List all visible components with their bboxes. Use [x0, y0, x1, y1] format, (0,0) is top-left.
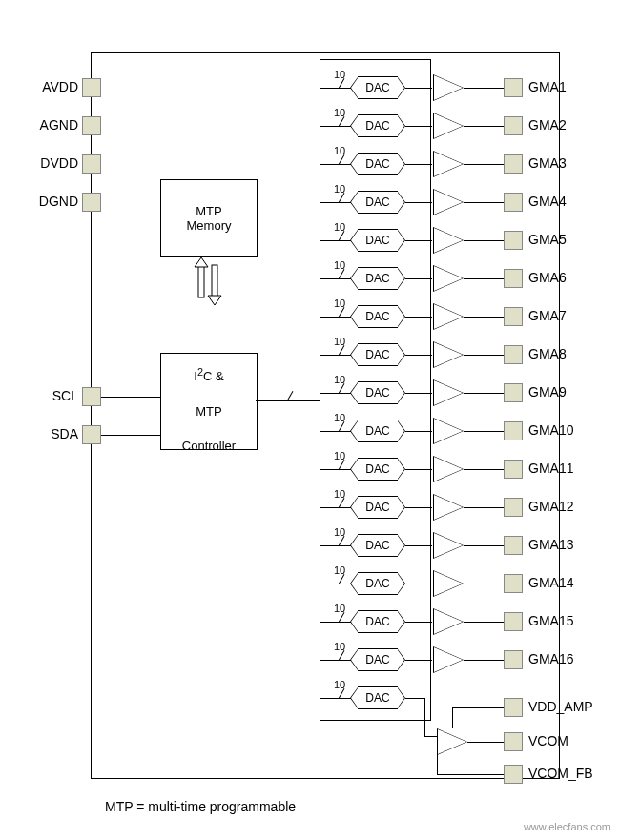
label-scl: SCL [31, 388, 78, 403]
amp-9 [433, 379, 464, 406]
pin-vcom [504, 732, 523, 751]
label-gma4: GMA4 [528, 194, 605, 209]
label-gma3: GMA3 [528, 155, 605, 171]
pin-gma9 [504, 383, 523, 402]
dac-7: DAC [358, 305, 398, 328]
amp-3 [433, 151, 464, 177]
label-gma12: GMA12 [528, 499, 605, 514]
dac-14: DAC [358, 572, 398, 595]
dac-3: DAC [358, 153, 398, 175]
dac-8: DAC [358, 343, 398, 366]
pin-gma7 [504, 307, 523, 326]
label-gma13: GMA13 [528, 537, 605, 552]
label-gma15: GMA15 [528, 613, 605, 628]
pin-gma6 [504, 269, 523, 288]
dac-5: DAC [358, 229, 398, 252]
amp-11 [433, 456, 464, 482]
pin-gma11 [504, 460, 523, 479]
label-gma14: GMA14 [528, 575, 605, 590]
pin-gma2 [504, 116, 523, 135]
amp-vcom [437, 728, 467, 755]
label-dvdd: DVDD [31, 155, 78, 171]
pin-gma5 [504, 231, 523, 250]
dac-6: DAC [358, 267, 398, 290]
svg-marker-3 [208, 296, 221, 305]
amp-12 [433, 494, 464, 521]
wire-scl [101, 397, 160, 398]
pin-gma16 [504, 650, 523, 669]
label-vcom: VCOM [528, 733, 605, 748]
pin-dvdd [82, 154, 101, 174]
bidir-arrow-icon [191, 257, 225, 305]
pin-gma15 [504, 612, 523, 631]
amp-1 [433, 74, 464, 101]
label-dgnd: DGND [31, 194, 78, 209]
dac-11: DAC [358, 458, 398, 481]
svg-marker-2 [195, 257, 208, 267]
dac-13: DAC [358, 534, 398, 557]
label-gma7: GMA7 [528, 308, 605, 323]
label-gma8: GMA8 [528, 346, 605, 361]
label-sda: SDA [31, 426, 78, 441]
amp-14 [433, 570, 464, 597]
pin-gma1 [504, 78, 523, 97]
amp-5 [433, 227, 464, 254]
pin-scl [82, 387, 101, 406]
wire-sda [101, 435, 160, 436]
block-diagram: AVDD AGND DVDD DGND SCL SDA MTP Memory I… [38, 19, 582, 782]
pin-gma4 [504, 193, 523, 212]
label-avdd: AVDD [31, 79, 78, 94]
amp-10 [433, 418, 464, 444]
pin-vcom-fb [504, 765, 523, 784]
pin-gma14 [504, 574, 523, 593]
pin-gma13 [504, 536, 523, 555]
dac-16: DAC [358, 648, 398, 671]
amp-15 [433, 608, 464, 635]
pin-gma12 [504, 498, 523, 517]
amp-7 [433, 303, 464, 330]
label-vcom-fb: VCOM_FB [528, 766, 605, 781]
watermark: www.elecfans.com [524, 821, 610, 832]
wire-amp-out-1 [464, 88, 504, 89]
svg-rect-0 [198, 265, 204, 297]
slash-1 [336, 83, 345, 92]
amp-6 [433, 265, 464, 292]
label-gma5: GMA5 [528, 232, 605, 247]
dac-4: DAC [358, 191, 398, 214]
pin-gma3 [504, 154, 523, 174]
dac-15: DAC [358, 610, 398, 633]
pin-gma8 [504, 345, 523, 364]
amp-16 [433, 646, 464, 673]
amp-2 [433, 113, 464, 139]
dac-12: DAC [358, 496, 398, 519]
pin-agnd [82, 116, 101, 135]
dac-vcom: DAC [358, 686, 398, 709]
bus-slash-main [284, 396, 294, 405]
pin-sda [82, 425, 101, 444]
mtp-memory-block: MTP Memory [160, 179, 258, 257]
label-gma6: GMA6 [528, 270, 605, 285]
pin-avdd [82, 78, 101, 97]
dac-2: DAC [358, 114, 398, 137]
pin-gma10 [504, 421, 523, 440]
wire-vcom-fb [437, 774, 504, 775]
wire-dac-out-1 [405, 88, 432, 89]
dac-10: DAC [358, 420, 398, 442]
amp-13 [433, 532, 464, 559]
dac-9: DAC [358, 381, 398, 404]
dac-1: DAC [358, 76, 398, 99]
label-gma9: GMA9 [528, 384, 605, 400]
label-gma11: GMA11 [528, 461, 605, 476]
label-gma10: GMA10 [528, 422, 605, 438]
label-vdd-amp: VDD_AMP [528, 699, 605, 714]
label-gma1: GMA1 [528, 79, 605, 94]
svg-rect-1 [212, 265, 217, 297]
amp-8 [433, 341, 464, 368]
amp-4 [433, 189, 464, 215]
pin-vdd-amp [504, 698, 523, 717]
label-gma16: GMA16 [528, 651, 605, 666]
controller-block: I2C & MTP Controller [160, 353, 258, 450]
label-agnd: AGND [31, 117, 78, 133]
label-gma2: GMA2 [528, 117, 605, 133]
pin-dgnd [82, 193, 101, 212]
